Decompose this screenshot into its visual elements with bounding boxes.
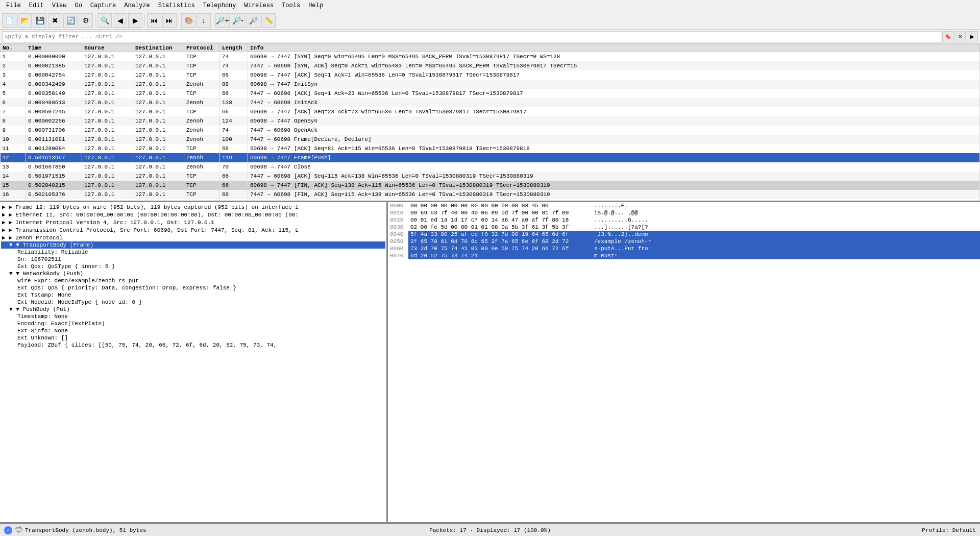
toolbar-close[interactable]: ✖ [48, 13, 62, 28]
detail-line[interactable]: ▼ TransportBody (Frame) [1, 241, 385, 249]
menu-help[interactable]: Help [304, 1, 327, 10]
cell-len: 74 [220, 61, 248, 70]
toolbar-zoom-out[interactable]: 🔎- [231, 13, 245, 28]
col-header-time[interactable]: Time [26, 44, 82, 52]
table-row[interactable]: 8 0.000602256 127.0.0.1 127.0.0.1 Zenoh … [1, 116, 980, 126]
hex-ascii: m Rust! [592, 252, 980, 259]
hex-view[interactable]: 000000 00 00 00 00 00 00 00 00 00 00 08 … [388, 202, 980, 522]
toolbar-go-first[interactable]: ⏮ [147, 13, 161, 28]
cell-src: 127.0.0.1 [82, 80, 133, 89]
cell-dst: 127.0.0.1 [133, 126, 184, 135]
filter-apply[interactable]: ▶ [967, 31, 978, 42]
col-header-source[interactable]: Source [82, 44, 133, 52]
menu-edit[interactable]: Edit [25, 1, 48, 10]
cell-src: 127.0.0.1 [82, 172, 133, 181]
detail-line[interactable]: ▶ Ethernet II, Src: 00:00:00_00:00:00 (0… [1, 211, 385, 218]
menu-statistics[interactable]: Statistics [154, 1, 199, 10]
table-row[interactable]: 1 0.000000000 127.0.0.1 127.0.0.1 TCP 74… [1, 52, 980, 61]
cell-time: 0.501971515 [26, 172, 82, 181]
cell-src: 127.0.0.1 [82, 162, 133, 172]
filter-input[interactable] [2, 31, 941, 42]
menu-tools[interactable]: Tools [278, 1, 304, 10]
toolbar-capture-options[interactable]: ⚙ [79, 13, 93, 28]
table-row[interactable]: 7 0.000507245 127.0.0.1 127.0.0.1 TCP 66… [1, 107, 980, 116]
cell-len: 74 [220, 126, 248, 135]
table-row[interactable]: 12 0.501613967 127.0.0.1 127.0.0.1 Zenoh… [1, 153, 980, 162]
cell-info: 60698 → 7447 Frame[Push] [248, 153, 980, 162]
menu-view[interactable]: View [48, 1, 71, 10]
menu-analyze[interactable]: Analyze [120, 1, 154, 10]
cell-no: 11 [1, 144, 26, 153]
table-row[interactable]: 6 0.000488613 127.0.0.1 127.0.0.1 Zenoh … [1, 98, 980, 107]
detail-line: Timestamp: None [1, 313, 385, 320]
toolbar-open[interactable]: 📂 [17, 13, 32, 28]
cell-info: 60698 → 7447 [FIN, ACK] Seq=138 Ack=115 … [248, 181, 980, 190]
table-row[interactable]: 13 0.501667850 127.0.0.1 127.0.0.1 Zenoh… [1, 162, 980, 172]
cell-no: 12 [1, 153, 26, 162]
toolbar-next[interactable]: ▶ [128, 13, 142, 28]
hex-offset: 0060 [388, 245, 408, 252]
table-row[interactable]: 16 0.502105376 127.0.0.1 127.0.0.1 TCP 6… [1, 190, 980, 199]
cell-time: 0.000507245 [26, 107, 82, 116]
table-row[interactable]: 5 0.000358149 127.0.0.1 127.0.0.1 TCP 66… [1, 89, 980, 98]
toolbar-autoscroll[interactable]: ↓ [197, 13, 211, 28]
toolbar-resize-columns[interactable]: 📏 [261, 13, 276, 28]
col-header-no[interactable]: No. [1, 44, 26, 52]
menu-capture[interactable]: Capture [86, 1, 120, 10]
toolbar-colorize[interactable]: 🎨 [181, 13, 195, 28]
col-header-length[interactable]: Length [220, 44, 248, 52]
cell-time: 0.501613967 [26, 153, 82, 162]
detail-line[interactable]: ▶ Frame 12: 119 bytes on wire (952 bits)… [1, 203, 385, 211]
cell-no: 14 [1, 172, 26, 181]
detail-line[interactable]: ▶ Transmission Control Protocol, Src Por… [1, 226, 385, 234]
table-row[interactable]: 2 0.000021385 127.0.0.1 127.0.0.1 TCP 74… [1, 61, 980, 70]
hex-offset: 0020 [388, 216, 408, 224]
cell-no: 10 [1, 135, 26, 144]
table-row[interactable]: 10 0.001131081 127.0.0.1 127.0.0.1 Zenoh… [1, 135, 980, 144]
cell-len: 66 [220, 107, 248, 116]
cell-proto: Zenoh [184, 126, 220, 135]
menu-go[interactable]: Go [70, 1, 86, 10]
detail-line: Encoding: Exact(TextPlain) [1, 320, 385, 327]
packet-detail[interactable]: ▶ Frame 12: 119 bytes on wire (952 bits)… [0, 202, 388, 522]
col-header-info[interactable]: Info [248, 44, 980, 52]
table-row[interactable]: 4 0.000342409 127.0.0.1 127.0.0.1 Zenoh … [1, 80, 980, 89]
table-row[interactable]: 3 0.000042754 127.0.0.1 127.0.0.1 TCP 66… [1, 70, 980, 80]
cell-src: 127.0.0.1 [82, 52, 133, 61]
toolbar-zoom-normal[interactable]: 🔎 [246, 13, 260, 28]
toolbar-zoom-in[interactable]: 🔎+ [215, 13, 230, 28]
detail-line[interactable]: ▶ Zenoh Protocol [1, 234, 385, 241]
cell-no: 4 [1, 80, 26, 89]
detail-line[interactable]: ▶ Internet Protocol Version 4, Src: 127.… [1, 218, 385, 226]
hex-bytes: 02 00 fe 5d 00 00 01 01 08 0a 5b 3f 61 3… [408, 224, 592, 231]
menu-wireless[interactable]: Wireless [240, 1, 278, 10]
cell-no: 16 [1, 190, 26, 199]
packet-list[interactable]: No. Time Source Destination Protocol Len… [0, 44, 980, 202]
col-header-destination[interactable]: Destination [133, 44, 184, 52]
hex-row: 00502f 65 78 61 6d 70 6c 65 2f 7a 65 6e … [388, 238, 980, 245]
detail-line[interactable]: ▼ NetworkBody (Push) [1, 270, 385, 277]
table-row[interactable]: 14 0.501971515 127.0.0.1 127.0.0.1 TCP 6… [1, 172, 980, 181]
filter-clear[interactable]: ✕ [954, 31, 966, 42]
toolbar-save[interactable]: 💾 [33, 13, 47, 28]
filter-bookmark[interactable]: 🔖 [942, 31, 953, 42]
toolbar-new[interactable]: 📄 [2, 13, 16, 28]
table-row[interactable]: 11 0.001280084 127.0.0.1 127.0.0.1 TCP 6… [1, 144, 980, 153]
status-right-text: Profile: Default [922, 527, 976, 533]
toolbar-reload[interactable]: 🔄 [63, 13, 78, 28]
cell-src: 127.0.0.1 [82, 89, 133, 98]
cell-no: 9 [1, 126, 26, 135]
cell-len: 88 [220, 80, 248, 89]
toolbar-prev[interactable]: ◀ [113, 13, 127, 28]
col-header-protocol[interactable]: Protocol [184, 44, 220, 52]
table-row[interactable]: 9 0.000731706 127.0.0.1 127.0.0.1 Zenoh … [1, 126, 980, 135]
cell-time: 0.000342409 [26, 80, 82, 89]
hex-bytes: 00 01 ed 1a 1d 17 c7 00 14 a6 47 a0 af 7… [408, 216, 592, 224]
menu-telephony[interactable]: Telephony [199, 1, 240, 10]
hex-bytes: 00 00 00 00 00 00 00 00 00 00 00 08 45 0… [408, 202, 592, 209]
table-row[interactable]: 15 0.502048215 127.0.0.1 127.0.0.1 TCP 6… [1, 181, 980, 190]
menu-file[interactable]: File [2, 1, 25, 10]
toolbar-find[interactable]: 🔍 [97, 13, 112, 28]
toolbar-go-last[interactable]: ⏭ [162, 13, 177, 28]
detail-line[interactable]: ▼ PushBody (Put) [1, 306, 385, 313]
